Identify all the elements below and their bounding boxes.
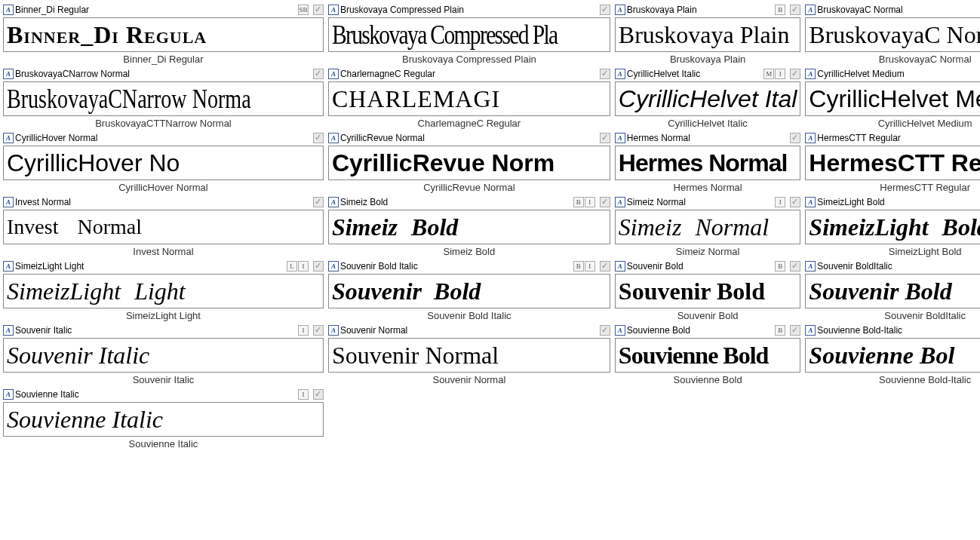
font-preview-box[interactable]: BruskovayaC Norm [805,17,980,52]
font-preview-text: Souvenir Bold [809,279,951,303]
font-preview-box[interactable]: CyrillicHover No [3,146,324,180]
font-preview-text: Souvenir Italic [7,343,149,367]
font-checkbox[interactable] [313,197,324,207]
font-card[interactable]: ASouvenir NormalSouvenir NormalSouvenir … [328,324,610,386]
font-checkbox[interactable] [790,261,800,272]
font-preview-box[interactable]: Souvenir Bold [805,274,980,308]
font-preview-box[interactable]: CyrillicHelvet Ital [615,81,800,116]
font-checkbox[interactable] [790,5,800,15]
font-type-icon: A [805,325,816,336]
font-checkbox[interactable] [600,69,610,79]
style-badge: I [298,325,309,336]
font-card[interactable]: ACyrillicHelvet ItalicMICyrillicHelvet I… [615,67,800,130]
font-caption: Souvienne Bold-Italic [805,374,980,386]
font-preview-box[interactable]: HermesCTT Regular [805,146,980,180]
font-preview-box[interactable]: Bruskovaya Compressed Pla [328,17,610,52]
font-preview-box[interactable]: CHARLEMAGI [328,81,610,116]
font-checkbox[interactable] [600,325,610,336]
font-type-icon: A [328,133,339,143]
font-name-label: Souvenir BoldItalic [817,261,980,272]
font-preview-box[interactable]: Souvenir Normal [328,338,610,373]
font-preview-box[interactable]: Simeiz Bold [328,210,610,244]
font-card-header: ASouvenir Bold ItalicBI [328,259,610,273]
font-card[interactable]: ASimeiz NormalISimeiz NormalSimeiz Norma… [615,195,800,258]
font-card[interactable]: AInvest NormalInvest NormalInvest Normal [3,195,324,258]
font-card[interactable]: ASimeiz BoldBISimeiz BoldSimeiz Bold [328,195,610,258]
style-badges: I [298,389,309,400]
font-name-label: CyrillicHelvet Italic [627,69,762,79]
font-checkbox[interactable] [790,197,800,207]
font-checkbox[interactable] [790,325,800,336]
font-preview-box[interactable]: Souvienne Bol [805,338,980,373]
font-card[interactable]: ASouvenir ItalicISouvenir ItalicSouvenir… [3,324,324,386]
font-preview-box[interactable]: Bruskovaya Plain [615,17,800,52]
font-caption: Bruskovaya Compressed Plain [328,54,610,66]
font-caption: Souvenir Bold Italic [328,310,610,322]
font-name-label: Souvenir Italic [15,325,296,336]
font-card[interactable]: AHermes NormalHermes NormalHermes Normal [615,131,800,194]
font-checkbox[interactable] [600,197,610,207]
font-card[interactable]: ASimeizLight LightLISimeizLight LightSim… [3,259,324,322]
font-name-label: SimeizLight Light [15,261,285,272]
font-preview-text: Simeiz Bold [332,215,458,239]
font-checkbox[interactable] [790,133,800,143]
font-preview-box[interactable]: Souvenir Bold [615,274,800,308]
font-card[interactable]: ASouvenir BoldItalicBISouvenir BoldSouve… [805,259,980,322]
font-checkbox[interactable] [600,261,610,272]
font-preview-box[interactable]: SimeizLight Bold [805,210,980,244]
font-card[interactable]: ABruskovaya Compressed PlainBruskovaya C… [328,3,610,66]
font-card[interactable]: ACharlemagneC RegularCHARLEMAGICharlemag… [328,67,610,130]
font-type-icon: A [3,197,14,207]
style-badge: B [775,5,785,15]
font-checkbox[interactable] [313,389,324,400]
font-card[interactable]: ACyrillicRevue NormalCyrillicRevue NormC… [328,131,610,194]
font-card[interactable]: ASouvienne ItalicISouvienne ItalicSouvie… [3,388,324,450]
font-preview-box[interactable]: Simeiz Normal [615,210,800,244]
font-card[interactable]: ABruskovayaCNarrow NormalBruskovayaCNarr… [3,67,324,130]
font-preview-box[interactable]: Binner_Di Regula [3,17,324,52]
font-card[interactable]: ASouvenir BoldBSouvenir BoldSouvenir Bol… [615,259,800,322]
font-caption: Invest Normal [3,246,324,258]
font-preview-box[interactable]: Invest Normal [3,210,324,244]
font-checkbox[interactable] [313,69,324,79]
font-preview-box[interactable]: Souvenir Bold [328,274,610,308]
font-card[interactable]: ABruskovaya PlainBBruskovaya PlainBrusko… [615,3,800,66]
font-preview-box[interactable]: Souvienne Bold [615,338,800,373]
font-checkbox[interactable] [313,261,324,272]
font-checkbox[interactable] [313,133,324,143]
font-preview-box[interactable]: Souvenir Italic [3,338,324,373]
font-preview-box[interactable]: SimeizLight Light [3,274,324,308]
font-checkbox[interactable] [313,325,324,336]
style-badges: BI [573,261,595,272]
font-card[interactable]: ASouvenir Bold ItalicBISouvenir BoldSouv… [328,259,610,322]
style-badges: B [775,261,785,272]
font-preview-text: Souvenir Bold [332,279,481,303]
font-type-icon: A [615,261,625,272]
font-caption: BruskovayaCTTNarrow Normal [3,118,324,130]
font-preview-text: BruskovayaC Norm [809,23,980,47]
font-preview-box[interactable]: CyrillicRevue Norm [328,146,610,180]
font-checkbox[interactable] [790,69,800,79]
font-preview-text: SimeizLight Light [7,279,186,303]
font-card[interactable]: ASimeizLight BoldBISimeizLight BoldSimei… [805,195,980,258]
font-card[interactable]: ASouvienne Bold-ItalicBISouvienne BolSou… [805,324,980,386]
font-type-icon: A [805,5,816,15]
font-card[interactable]: ACyrillicHover NormalCyrillicHover NoCyr… [3,131,324,194]
font-card[interactable]: ASouvienne BoldBSouvienne BoldSouvienne … [615,324,800,386]
font-card[interactable]: ABinner_Di RegularSBBinner_Di RegulaBinn… [3,3,324,66]
font-name-label: CyrillicRevue Normal [340,133,594,143]
font-preview-box[interactable]: Hermes Normal [615,146,800,180]
font-preview-box[interactable]: Souvienne Italic [3,402,324,437]
font-type-icon: A [3,69,14,79]
style-badge: B [573,261,584,272]
font-type-icon: A [805,261,816,272]
font-card[interactable]: ABruskovayaC NormalBruskovayaC NormBrusk… [805,3,980,66]
font-preview-box[interactable]: CyrillicHelvet Me [805,81,980,116]
font-card[interactable]: ACyrillicHelvet MediumCyrillicHelvet MeC… [805,67,980,130]
font-preview-box[interactable]: BruskovayaCNarrow Norma [3,81,324,116]
font-checkbox[interactable] [600,133,610,143]
font-card[interactable]: AHermesCTT RegularHermesCTT RegularHerme… [805,131,980,194]
font-checkbox[interactable] [600,5,610,15]
font-checkbox[interactable] [313,5,324,15]
font-type-icon: A [328,325,339,336]
